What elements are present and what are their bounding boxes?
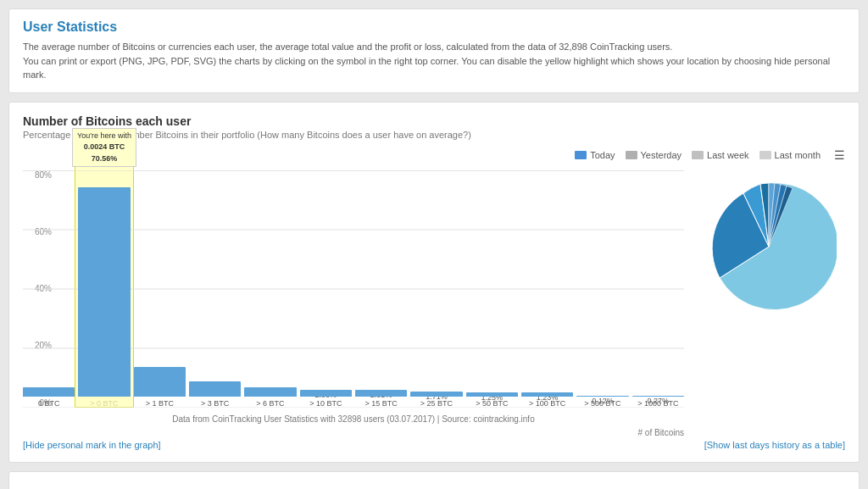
bar[interactable] xyxy=(521,392,573,396)
bar[interactable] xyxy=(300,390,352,396)
legend-last-week[interactable]: Last week xyxy=(692,150,749,160)
chart-subtitle: Percentage of users by number Bitcoins i… xyxy=(23,130,845,140)
page-title: User Statistics xyxy=(23,19,845,35)
bar-chart-container: 80% 60% 40% 20% 0% 3.07%0 xyxy=(23,170,684,433)
legend-last-month[interactable]: Last month xyxy=(760,150,821,160)
chart-card: Number of Bitcoins each user Percentage … xyxy=(8,102,860,463)
bar-x-label: > 1 BTC xyxy=(146,399,174,408)
legend-yesterday-label: Yesterday xyxy=(641,150,682,160)
bar-group: 4.89%> 3 BTC xyxy=(189,170,241,408)
bar[interactable] xyxy=(134,367,186,397)
legend-swatch-today xyxy=(575,151,587,159)
bar[interactable] xyxy=(355,390,407,396)
chart-menu-icon[interactable]: ☰ xyxy=(834,148,845,162)
description-line2: You can print or export (PNG, JPG, PDF, … xyxy=(23,54,845,82)
bar-group: 2.96%> 6 BTC xyxy=(244,170,296,408)
source-text: Data from CoinTracking User Statistics w… xyxy=(172,414,534,424)
bar[interactable] xyxy=(632,396,684,397)
chart-area: 80% 60% 40% 20% 0% 3.07%0 xyxy=(23,170,845,433)
pie-container xyxy=(693,170,845,433)
legend-today-label: Today xyxy=(590,150,615,160)
legend-swatch-last-week xyxy=(692,151,704,159)
bar-x-label: 0 BTC xyxy=(38,399,60,408)
bar[interactable] xyxy=(23,387,75,397)
bar-pct-label: 0.12% xyxy=(592,397,614,405)
show-history-table-link[interactable]: [Show last days history as a table] xyxy=(704,440,845,450)
bar-tooltip: You're here with0.0024 BTC70.56% xyxy=(72,128,136,168)
bar-group: 0.12%> 500 BTC xyxy=(576,170,628,408)
page-container: User Statistics The average number of Bi… xyxy=(0,0,868,489)
bar-x-label: > 3 BTC xyxy=(201,399,229,408)
legend-swatch-last-month xyxy=(760,151,771,159)
bar-pct-label: 0.27% xyxy=(648,397,670,405)
bottom-card xyxy=(8,471,860,490)
bar[interactable] xyxy=(189,381,241,396)
bar-group: 0.27%> 1000 BTC xyxy=(632,170,684,408)
bar-x-label: > 10 BTC xyxy=(309,399,342,408)
bar[interactable] xyxy=(244,387,296,396)
bar-group: 9.87%> 1 BTC xyxy=(134,170,186,408)
bar[interactable] xyxy=(466,392,518,396)
bar-x-label: > 15 BTC xyxy=(364,399,397,408)
hide-personal-mark-link[interactable]: [Hide personal mark in the graph] xyxy=(23,440,161,450)
bar[interactable] xyxy=(78,187,130,397)
legend-last-week-label: Last week xyxy=(707,150,749,160)
legend-row: Today Yesterday Last week Last month ☰ xyxy=(23,148,845,162)
bar-x-label: > 6 BTC xyxy=(256,399,284,408)
info-card: User Statistics The average number of Bi… xyxy=(8,8,860,93)
bottom-links: [Hide personal mark in the graph] [Show … xyxy=(23,440,845,450)
legend-swatch-yesterday xyxy=(626,151,637,159)
bar-group: 2.01%> 15 BTC xyxy=(355,170,407,408)
bar-group: 1.71%> 25 BTC xyxy=(410,170,462,408)
pie-chart xyxy=(701,179,837,314)
bar-group: 3.07%0 BTC xyxy=(23,170,75,408)
legend-last-month-label: Last month xyxy=(775,150,821,160)
bar-group: 2.06%> 10 BTC xyxy=(300,170,352,408)
bar-group: 1.25%> 50 BTC xyxy=(466,170,518,408)
bar-group: 1.23%> 100 BTC xyxy=(521,170,573,408)
bar[interactable] xyxy=(410,392,462,397)
bar-group: You're here with0.0024 BTC70.56%70.56%> … xyxy=(78,170,130,408)
x-axis-label: # of Bitcoins xyxy=(638,428,684,437)
description-line1: The average number of Bitcoins or curren… xyxy=(23,40,845,54)
legend-yesterday[interactable]: Yesterday xyxy=(626,150,682,160)
legend-today[interactable]: Today xyxy=(575,150,615,160)
chart-title: Number of Bitcoins each user xyxy=(23,114,845,128)
